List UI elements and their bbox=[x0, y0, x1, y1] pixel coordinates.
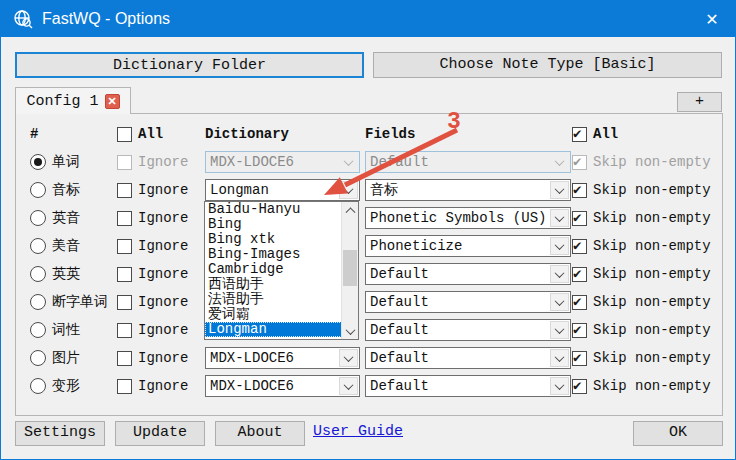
row-label: 音标 bbox=[52, 181, 80, 199]
radio-uk-sound[interactable] bbox=[30, 210, 46, 226]
hash-header: # bbox=[30, 126, 38, 142]
chevron-down-icon[interactable] bbox=[339, 349, 358, 367]
dictionary-select[interactable]: MDX-LDOCE6 bbox=[205, 151, 360, 173]
tab-close-icon[interactable]: ✕ bbox=[105, 94, 120, 109]
skip-checkbox[interactable] bbox=[572, 351, 587, 366]
ignore-checkbox[interactable] bbox=[117, 323, 132, 338]
ignore-label: Ignore bbox=[138, 350, 188, 366]
chevron-down-icon[interactable] bbox=[550, 349, 569, 367]
ignore-checkbox[interactable] bbox=[117, 351, 132, 366]
table-row: 英音 Ignore Phonetic Symbols (US) Skip non… bbox=[16, 204, 722, 232]
tab-config-1[interactable]: Config 1 ✕ bbox=[15, 87, 131, 114]
row-label: 英英 bbox=[52, 265, 80, 283]
chevron-down-icon[interactable] bbox=[550, 265, 569, 283]
field-select[interactable]: Default bbox=[365, 291, 571, 313]
chevron-down-icon[interactable] bbox=[550, 209, 569, 227]
window-title: FastWQ - Options bbox=[42, 10, 170, 28]
radio-inflection[interactable] bbox=[30, 378, 46, 394]
table-row: 词性 Ignore Default Skip non-empty bbox=[16, 316, 722, 344]
field-value: 音标 bbox=[370, 181, 398, 199]
skip-checkbox[interactable] bbox=[572, 155, 587, 170]
dictionary-dropdown-list: Baidu-Hanyu Bing Bing xtk Bing-Images Ca… bbox=[204, 201, 359, 340]
settings-button[interactable]: Settings bbox=[15, 421, 105, 446]
ignore-checkbox[interactable] bbox=[117, 379, 132, 394]
dropdown-item[interactable]: Baidu-Hanyu bbox=[205, 202, 358, 217]
skip-checkbox[interactable] bbox=[572, 211, 587, 226]
skip-label: Skip non-empty bbox=[593, 350, 711, 366]
chevron-down-icon[interactable] bbox=[550, 293, 569, 311]
ignore-label: Ignore bbox=[138, 210, 188, 226]
ignore-checkbox[interactable] bbox=[117, 295, 132, 310]
ok-button[interactable]: OK bbox=[633, 421, 723, 446]
field-select[interactable]: Phoneticize bbox=[365, 235, 571, 257]
ignore-checkbox[interactable] bbox=[117, 155, 132, 170]
chevron-down-icon[interactable] bbox=[339, 377, 358, 395]
scroll-down-icon[interactable] bbox=[342, 324, 358, 339]
row-label: 变形 bbox=[52, 377, 80, 395]
chevron-down-icon[interactable] bbox=[550, 237, 569, 255]
update-button[interactable]: Update bbox=[115, 421, 205, 446]
field-value: Default bbox=[370, 350, 429, 366]
radio-image[interactable] bbox=[30, 350, 46, 366]
row-label: 断字单词 bbox=[52, 293, 108, 311]
scroll-up-icon[interactable] bbox=[342, 202, 358, 217]
skip-checkbox[interactable] bbox=[572, 323, 587, 338]
dictionary-select-open[interactable]: Longman bbox=[205, 179, 360, 201]
add-tab-button[interactable]: + bbox=[677, 92, 722, 112]
dropdown-item[interactable]: Bing-Images bbox=[205, 247, 358, 262]
dictionary-select[interactable]: MDX-LDOCE6 bbox=[205, 347, 360, 369]
titlebar[interactable]: FastWQ - Options ✕ bbox=[1, 1, 735, 37]
ignore-checkbox[interactable] bbox=[117, 239, 132, 254]
dropdown-item[interactable]: Bing bbox=[205, 217, 358, 232]
dropdown-item[interactable]: 西语助手 bbox=[205, 277, 358, 292]
all-ignore-checkbox[interactable] bbox=[117, 127, 132, 142]
field-value: Phoneticize bbox=[370, 238, 462, 254]
skip-checkbox[interactable] bbox=[572, 183, 587, 198]
radio-phonetic[interactable] bbox=[30, 182, 46, 198]
chevron-down-icon[interactable] bbox=[550, 181, 569, 199]
dictionary-folder-button[interactable]: Dictionary Folder bbox=[15, 52, 364, 78]
ignore-checkbox[interactable] bbox=[117, 183, 132, 198]
chevron-down-icon[interactable] bbox=[550, 377, 569, 395]
skip-checkbox[interactable] bbox=[572, 295, 587, 310]
skip-checkbox[interactable] bbox=[572, 267, 587, 282]
choose-note-type-button[interactable]: Choose Note Type [Basic] bbox=[373, 52, 722, 78]
radio-en-en[interactable] bbox=[30, 266, 46, 282]
dropdown-scrollbar[interactable] bbox=[341, 202, 358, 339]
skip-checkbox[interactable] bbox=[572, 239, 587, 254]
radio-hyphenation[interactable] bbox=[30, 294, 46, 310]
field-select[interactable]: 音标 bbox=[365, 179, 571, 201]
radio-us-sound[interactable] bbox=[30, 238, 46, 254]
close-icon[interactable]: ✕ bbox=[689, 1, 735, 37]
table-row: 单词 Ignore MDX-LDOCE6 Default Skip non-em… bbox=[16, 148, 722, 176]
scrollbar-thumb[interactable] bbox=[343, 250, 357, 286]
radio-pos[interactable] bbox=[30, 322, 46, 338]
field-value: Default bbox=[370, 266, 429, 282]
skip-label: Skip non-empty bbox=[593, 378, 711, 394]
radio-word[interactable] bbox=[30, 154, 46, 170]
chevron-down-icon bbox=[339, 153, 358, 171]
field-select[interactable]: Default bbox=[365, 375, 571, 397]
ignore-label: Ignore bbox=[138, 322, 188, 338]
field-select[interactable]: Default bbox=[365, 319, 571, 341]
skip-checkbox[interactable] bbox=[572, 379, 587, 394]
about-button[interactable]: About bbox=[215, 421, 305, 446]
field-select[interactable]: Default bbox=[365, 347, 571, 369]
all-skip-checkbox[interactable] bbox=[572, 127, 587, 142]
skip-label: Skip non-empty bbox=[593, 266, 711, 282]
ignore-label: Ignore bbox=[138, 266, 188, 282]
chevron-down-icon[interactable] bbox=[339, 181, 358, 199]
dropdown-item-selected[interactable]: Longman bbox=[205, 322, 358, 337]
dropdown-item[interactable]: Bing xtk bbox=[205, 232, 358, 247]
dropdown-item[interactable]: Cambridge bbox=[205, 262, 358, 277]
user-guide-link[interactable]: User Guide bbox=[313, 423, 403, 440]
field-select[interactable]: Default bbox=[365, 263, 571, 285]
ignore-checkbox[interactable] bbox=[117, 267, 132, 282]
dropdown-item[interactable]: 爱词霸 bbox=[205, 307, 358, 322]
ignore-checkbox[interactable] bbox=[117, 211, 132, 226]
dictionary-select[interactable]: MDX-LDOCE6 bbox=[205, 375, 360, 397]
field-select[interactable]: Phonetic Symbols (US) bbox=[365, 207, 571, 229]
chevron-down-icon[interactable] bbox=[550, 321, 569, 339]
field-select[interactable]: Default bbox=[365, 151, 571, 173]
dropdown-item[interactable]: 法语助手 bbox=[205, 292, 358, 307]
